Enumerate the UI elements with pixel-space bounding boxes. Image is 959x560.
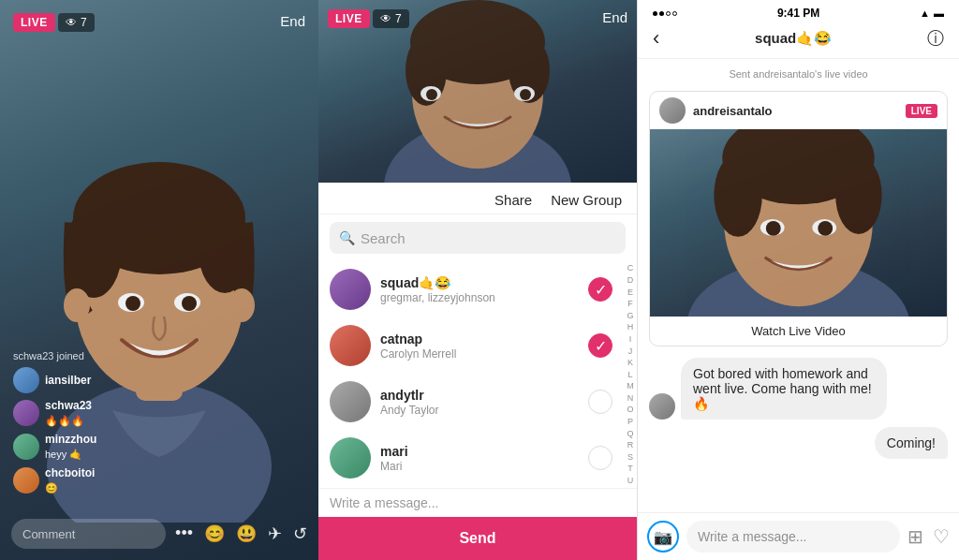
message-input[interactable]: Write a message... [330, 495, 438, 510]
alphabet-sidebar[interactable]: A B C D E F G H I J K L M N O P Q R S T … [624, 261, 637, 488]
svg-point-20 [426, 89, 437, 100]
svg-point-26 [714, 154, 762, 237]
more-icon[interactable]: ••• [175, 523, 193, 544]
viewer-count: 👁 7 [58, 13, 95, 32]
chat-title: squad🤙😂 [755, 30, 832, 47]
svg-point-31 [818, 221, 833, 236]
contact-avatar [330, 269, 371, 310]
emoji-icon[interactable]: 😊 [204, 523, 225, 544]
contact-check[interactable] [588, 446, 612, 470]
signal-dot3 [666, 11, 671, 16]
dm-chat-panel: 9:41 PM ▲ ▬ ‹ squad🤙😂 ⓘ Sent andreisanta… [637, 0, 959, 560]
alpha-p[interactable]: P [627, 416, 633, 428]
contacts-list: squad🤙😂 gregmar, lizzeyjohnson ✓ catnap … [318, 261, 624, 488]
alpha-v[interactable]: V [627, 487, 633, 488]
comment-input[interactable]: Comment [11, 519, 166, 549]
camera-icon: 📷 [654, 528, 672, 546]
new-group-option[interactable]: New Group [551, 192, 622, 208]
commenter-avatar [13, 367, 39, 393]
preview-live-badge: LIVE [328, 9, 370, 28]
join-message: schwa23 joined [13, 350, 96, 361]
chat-input-bar: 📷 Write a message... ⊞ ♡ [638, 512, 959, 560]
comment-item: iansilber [13, 367, 96, 393]
alpha-l[interactable]: L [627, 369, 632, 381]
heart-icon[interactable]: ♡ [933, 525, 950, 548]
message-left: Got bored with homework and went live. C… [649, 358, 948, 420]
sent-label: Sent andreisantalo's live video [649, 68, 948, 80]
contact-check[interactable]: ✓ [588, 277, 612, 302]
contact-item-justinaguilar[interactable]: justinaguilar Justin Aguilar [318, 486, 624, 488]
alpha-i[interactable]: I [629, 333, 632, 346]
contact-item-squad[interactable]: squad🤙😂 gregmar, lizzeyjohnson ✓ [318, 261, 624, 317]
bottom-icons: ••• 😊 😃 ✈ ↺ [175, 523, 307, 544]
live-card-avatar [659, 97, 686, 124]
alpha-e[interactable]: E [627, 287, 633, 299]
signal-dot4 [672, 11, 677, 16]
face-icon[interactable]: 😃 [236, 523, 257, 544]
alpha-o[interactable]: O [627, 404, 633, 416]
contact-item-catnap[interactable]: catnap Carolyn Merrell ✓ [318, 317, 624, 374]
live-video-card[interactable]: andreisantalo LIVE [649, 91, 948, 346]
svg-point-9 [182, 296, 197, 311]
back-button[interactable]: ‹ [653, 26, 659, 51]
alpha-f[interactable]: F [627, 298, 633, 310]
commenter-avatar [13, 400, 39, 426]
chat-header: ‹ squad🤙😂 ⓘ [638, 22, 959, 59]
live-card-image [650, 129, 947, 317]
replay-icon[interactable]: ↺ [293, 523, 307, 544]
alpha-n[interactable]: N [627, 392, 634, 405]
comment-item: schwa23 🔥🔥🔥 [13, 399, 96, 427]
input-right-icons: ⊞ ♡ [907, 525, 950, 548]
comment-item: chcboitoi 😊 [13, 466, 96, 494]
info-button[interactable]: ⓘ [927, 27, 944, 50]
search-input[interactable]: Search [361, 230, 406, 246]
send-button[interactable]: Send [318, 517, 637, 560]
alpha-u[interactable]: U [627, 475, 634, 487]
status-time: 9:41 PM [777, 7, 819, 20]
live-card-username: andreisantalo [693, 104, 898, 118]
contact-avatar [330, 325, 371, 366]
bottom-bar: Comment ••• 😊 😃 ✈ ↺ [0, 508, 318, 560]
alpha-h[interactable]: H [627, 321, 634, 333]
chat-body: Sent andreisantalo's live video andreisa… [638, 59, 959, 512]
alpha-g[interactable]: G [627, 310, 633, 322]
share-video-preview: LIVE 👁 7 End [318, 0, 637, 183]
message-input[interactable]: Write a message... [686, 521, 900, 553]
alpha-s[interactable]: S [627, 451, 633, 464]
share-option[interactable]: Share [494, 192, 532, 208]
end-button[interactable]: End [280, 13, 305, 29]
contact-item-andytlr[interactable]: andytlr Andy Taylor [318, 374, 624, 430]
alpha-k[interactable]: K [627, 357, 633, 369]
alpha-q[interactable]: Q [627, 428, 633, 440]
contact-avatar [330, 381, 371, 422]
contact-avatar [330, 437, 371, 479]
wifi-icon: ▲ [920, 7, 930, 19]
alpha-m[interactable]: M [627, 380, 634, 392]
contact-item-mari[interactable]: mari Mari [318, 430, 624, 486]
svg-point-11 [229, 288, 255, 322]
alpha-r[interactable]: R [627, 439, 634, 451]
svg-point-8 [125, 296, 140, 311]
contact-sub: Mari [380, 460, 579, 473]
bubble-left: Got bored with homework and went live. C… [681, 358, 887, 420]
eye-icon-preview: 👁 [380, 12, 391, 25]
camera-button[interactable]: 📷 [647, 521, 679, 553]
sender-avatar [649, 393, 675, 420]
watch-live-label[interactable]: Watch Live Video [650, 317, 947, 346]
alpha-t[interactable]: T [627, 463, 633, 475]
contact-check[interactable]: ✓ [588, 333, 612, 358]
alpha-c[interactable]: C [627, 262, 634, 274]
send-icon[interactable]: ✈ [268, 523, 282, 544]
alpha-j[interactable]: J [628, 346, 633, 358]
gallery-icon[interactable]: ⊞ [907, 525, 923, 548]
preview-end-button[interactable]: End [602, 9, 627, 25]
svg-point-30 [766, 221, 781, 236]
comment-item: minzzhou heyy 🤙 [13, 433, 96, 461]
search-bar[interactable]: 🔍 Search [330, 222, 626, 254]
message-input-area[interactable]: Write a message... [318, 488, 637, 517]
alpha-d[interactable]: D [627, 274, 634, 287]
signal-dot1 [653, 11, 657, 16]
contact-check[interactable] [588, 390, 612, 414]
card-silhouette [650, 129, 947, 317]
live-card-badge: LIVE [906, 104, 937, 118]
